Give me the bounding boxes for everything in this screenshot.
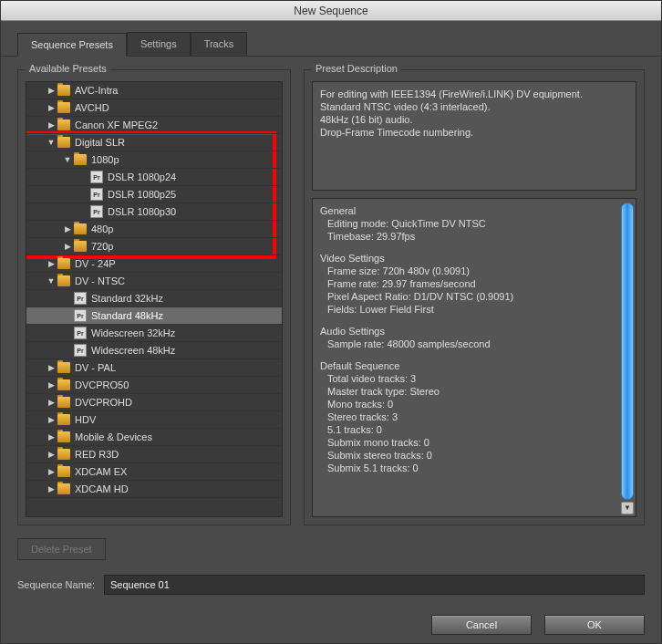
details-line: Timebase: 29.97fps bbox=[320, 230, 628, 243]
tree-preset-dslr30[interactable]: PrDSLR 1080p30 bbox=[26, 203, 282, 221]
new-sequence-dialog: New Sequence Sequence Presets Settings T… bbox=[0, 0, 662, 644]
folder-icon bbox=[57, 397, 70, 408]
chevron-right-icon: ▶ bbox=[47, 467, 56, 476]
tree-folder-720p[interactable]: ▶720p bbox=[26, 238, 282, 255]
tree-label: AVCHD bbox=[75, 102, 109, 113]
dialog-title: New Sequence bbox=[1, 1, 661, 21]
details-heading: Default Sequence bbox=[320, 359, 628, 372]
tree-folder-avcintra[interactable]: ▶AVC-Intra bbox=[26, 82, 282, 99]
tree-label: AVC-Intra bbox=[75, 85, 118, 96]
tree-label: HDV bbox=[75, 414, 96, 425]
tree-label: 480p bbox=[91, 223, 113, 234]
tree-label: Widescreen 32kHz bbox=[91, 327, 175, 338]
tab-sequence-presets[interactable]: Sequence Presets bbox=[17, 33, 127, 57]
tree-label: Mobile & Devices bbox=[75, 431, 152, 442]
tree-label: DV - PAL bbox=[75, 362, 116, 373]
tree-folder-hdv[interactable]: ▶HDV bbox=[26, 411, 282, 429]
tree-preset-dslr24[interactable]: PrDSLR 1080p24 bbox=[26, 169, 282, 186]
tree-label: Canon XF MPEG2 bbox=[75, 119, 158, 130]
tree-label: DV - 24P bbox=[75, 258, 116, 269]
sequence-name-input[interactable] bbox=[104, 575, 645, 595]
chevron-right-icon: ▶ bbox=[47, 415, 56, 424]
folder-icon bbox=[74, 154, 87, 165]
tree-folder-mobile[interactable]: ▶Mobile & Devices bbox=[26, 429, 282, 446]
available-presets-label: Available Presets bbox=[26, 63, 110, 74]
preset-icon: Pr bbox=[74, 309, 87, 322]
folder-icon bbox=[57, 449, 70, 460]
content-area: Available Presets ▶AVC-Intra ▶AVCHD ▶Can… bbox=[1, 57, 661, 538]
tab-tracks[interactable]: Tracks bbox=[191, 32, 248, 56]
ok-button[interactable]: OK bbox=[544, 615, 645, 635]
preset-icon: Pr bbox=[90, 188, 103, 201]
tree-label: DVCPRO50 bbox=[75, 379, 129, 390]
tree-label: XDCAM HD bbox=[75, 483, 129, 494]
desc-line: Standard NTSC video (4:3 interlaced). bbox=[320, 100, 628, 113]
chevron-right-icon: ▶ bbox=[47, 363, 56, 372]
details-line: Submix 5.1 tracks: 0 bbox=[320, 462, 628, 474]
tree-folder-dv24p[interactable]: ▶DV - 24P bbox=[26, 255, 282, 273]
tree-label: Standard 48kHz bbox=[91, 310, 163, 321]
details-line: Stereo tracks: 3 bbox=[320, 410, 628, 423]
cancel-button[interactable]: Cancel bbox=[431, 615, 532, 635]
preset-tree-scroll[interactable]: ▶AVC-Intra ▶AVCHD ▶Canon XF MPEG2 ▼Digit… bbox=[26, 82, 282, 516]
folder-icon bbox=[74, 241, 87, 252]
folder-icon bbox=[57, 275, 70, 286]
tree-preset-wide48[interactable]: PrWidescreen 48kHz bbox=[26, 342, 282, 359]
tree-folder-480p[interactable]: ▶480p bbox=[26, 221, 282, 238]
tree-preset-std48[interactable]: PrStandard 48kHz bbox=[26, 307, 282, 325]
tree-folder-dvcprohd[interactable]: ▶DVCPROHD bbox=[26, 394, 282, 411]
tree-label: DSLR 1080p24 bbox=[108, 171, 176, 182]
folder-icon bbox=[57, 483, 70, 494]
tree-folder-dvpal[interactable]: ▶DV - PAL bbox=[26, 359, 282, 377]
tree-label: Standard 32kHz bbox=[91, 293, 163, 304]
details-heading: Video Settings bbox=[320, 252, 628, 265]
tree-folder-avchd[interactable]: ▶AVCHD bbox=[26, 99, 282, 117]
folder-icon bbox=[57, 379, 70, 390]
tree-label: Digital SLR bbox=[75, 137, 125, 148]
tree-preset-wide32[interactable]: PrWidescreen 32kHz bbox=[26, 325, 282, 342]
available-presets-panel: Available Presets ▶AVC-Intra ▶AVCHD ▶Can… bbox=[17, 69, 291, 525]
folder-icon bbox=[57, 431, 70, 442]
details-line: Frame rate: 29.97 frames/second bbox=[320, 277, 628, 290]
scrollbar[interactable] bbox=[621, 203, 634, 500]
details-line: Submix stereo tracks: 0 bbox=[320, 449, 628, 462]
tree-folder-canonxf[interactable]: ▶Canon XF MPEG2 bbox=[26, 117, 282, 134]
tree-label: DSLR 1080p30 bbox=[108, 206, 176, 217]
tree-folder-red[interactable]: ▶RED R3D bbox=[26, 446, 282, 463]
delete-preset-button[interactable]: Delete Preset bbox=[17, 538, 106, 560]
chevron-right-icon: ▶ bbox=[47, 398, 56, 407]
description-text: For editing with IEEE1394 (FireWire/i.LI… bbox=[312, 81, 636, 191]
details-line: Submix mono tracks: 0 bbox=[320, 436, 628, 449]
details-line: Pixel Aspect Ratio: D1/DV NTSC (0.9091) bbox=[320, 290, 628, 303]
folder-icon bbox=[57, 362, 70, 373]
tree-folder-dvntsc[interactable]: ▼DV - NTSC bbox=[26, 273, 282, 290]
tree-folder-xdcamhd[interactable]: ▶XDCAM HD bbox=[26, 481, 282, 498]
tree-label: RED R3D bbox=[75, 449, 119, 460]
details-line: 5.1 tracks: 0 bbox=[320, 423, 628, 436]
tree-folder-xdcamex[interactable]: ▶XDCAM EX bbox=[26, 463, 282, 481]
tree-label: DSLR 1080p25 bbox=[108, 189, 176, 200]
preset-tree: ▶AVC-Intra ▶AVCHD ▶Canon XF MPEG2 ▼Digit… bbox=[26, 81, 283, 517]
chevron-right-icon: ▶ bbox=[47, 432, 56, 441]
tree-folder-dslr[interactable]: ▼Digital SLR bbox=[26, 134, 282, 151]
chevron-right-icon: ▶ bbox=[47, 380, 56, 390]
chevron-right-icon: ▶ bbox=[47, 484, 56, 493]
tree-folder-dvcpro50[interactable]: ▶DVCPRO50 bbox=[26, 377, 282, 394]
tab-settings[interactable]: Settings bbox=[127, 32, 191, 56]
tab-bar: Sequence Presets Settings Tracks bbox=[1, 21, 661, 57]
desc-line: Drop-Frame Timecode numbering. bbox=[320, 126, 628, 139]
details-line: Frame size: 720h 480v (0.9091) bbox=[320, 265, 628, 277]
details-line: Master track type: Stereo bbox=[320, 385, 628, 398]
tree-preset-std32[interactable]: PrStandard 32kHz bbox=[26, 290, 282, 307]
tree-folder-1080p[interactable]: ▼1080p bbox=[26, 151, 282, 169]
chevron-right-icon: ▶ bbox=[63, 242, 72, 251]
chevron-right-icon: ▶ bbox=[63, 224, 72, 234]
preset-icon: Pr bbox=[90, 171, 103, 183]
tree-preset-dslr25[interactable]: PrDSLR 1080p25 bbox=[26, 186, 282, 203]
scroll-down-icon[interactable]: ▼ bbox=[621, 502, 634, 514]
details-line: Total video tracks: 3 bbox=[320, 372, 628, 385]
desc-line: 48kHz (16 bit) audio. bbox=[320, 113, 628, 126]
folder-icon bbox=[57, 258, 70, 269]
dialog-buttons: Cancel OK bbox=[1, 602, 661, 644]
chevron-right-icon: ▶ bbox=[47, 120, 56, 130]
